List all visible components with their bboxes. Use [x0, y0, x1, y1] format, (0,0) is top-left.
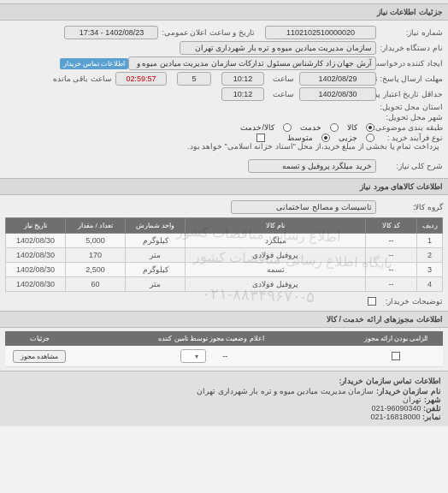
section-permits: اطلاعات مجوزهای ارائه خدمت / کالا — [0, 311, 448, 328]
field-ans-time: 10:12 — [221, 72, 264, 86]
label-delivery-prov: استان محل تحویل: — [376, 103, 443, 111]
radio-medium-label: متوسط — [287, 134, 313, 142]
cell-code: -- — [366, 248, 417, 263]
perm-status-val: -- — [208, 352, 242, 360]
radio-goods-service-label: کالا/خدمت — [240, 123, 274, 132]
table-row: 2--پروفیل فولادیمتر1701402/08/30 — [6, 248, 443, 263]
th-code: کد کالا — [366, 218, 417, 234]
table-row: 3--تسمهکیلوگرم2,5001402/08/30 — [6, 263, 443, 277]
cell-unit: کیلوگرم — [126, 263, 186, 277]
contact-fax-label: نمابر: — [422, 413, 441, 421]
label-announce-dt: تاریخ و ساعت اعلان عمومی: — [158, 28, 255, 37]
cell-unit: متر — [126, 277, 186, 292]
label-goods-group: گروه کالا: — [376, 203, 443, 211]
cell-name: پروفیل فولادی — [186, 248, 366, 263]
label-requester: ایجاد کننده درخواست: — [376, 59, 443, 68]
radio-group-budget: کالا خدمت کالا/خدمت — [233, 123, 376, 132]
label-credit-time: ساعت — [269, 90, 294, 98]
cell-code: -- — [366, 263, 417, 277]
cell-name: پروفیل فولادی — [186, 277, 366, 292]
contact-title: اطلاعات تماس سازمان خریدار: — [7, 377, 441, 385]
th-unit: واحد شمارش — [126, 218, 186, 234]
field-credit-date: 1402/08/30 — [299, 87, 376, 101]
cell-name: میلگرد — [186, 234, 366, 248]
label-credit-deadline: حداقل تاریخ اعتبار پیشنهاد: تا تاریخ: — [376, 90, 443, 98]
label-answer-deadline: مهلت ارسال پاسخ: تا تاریخ: — [376, 74, 443, 83]
radio-medium[interactable] — [321, 134, 330, 142]
contact-prov-val: تهران — [403, 395, 421, 404]
table-row: 4--پروفیل فولادیمتر601402/08/30 — [6, 277, 443, 292]
cell-date: 1402/08/30 — [6, 234, 66, 248]
th-row: ردیف — [417, 218, 443, 234]
contact-tel-val: 96090340-021 — [371, 404, 421, 413]
perm-mandatory-checkbox[interactable] — [392, 352, 400, 360]
field-goods-group: تاسیسات و مصالح ساختمانی — [231, 200, 376, 214]
section-need-items: اطلاعات کالاهای مورد نیاز — [0, 178, 448, 195]
label-need-no: شماره نیاز: — [376, 28, 443, 37]
field-buyer-org: سازمان مدیریت میادین میوه و تره بار شهرد… — [180, 41, 376, 55]
cell-qty: 5,000 — [66, 234, 126, 248]
perm-details-button[interactable]: مشاهده مجوز — [13, 350, 66, 363]
label-delivery-city: شهر محل تحویل: — [376, 113, 443, 122]
radio-service[interactable] — [330, 123, 339, 132]
label-payment-desc: پرداخت تمام یا بخشی از مبلغ خرید،از محل … — [184, 142, 439, 151]
contact-footer: اطلاعات تماس سازمان خریدار: نام سازمان خ… — [0, 371, 448, 426]
permits-table: الزامی بودن ارائه مجوز اعلام وضعیت مجوز … — [5, 331, 443, 367]
field-need-no: 1102102510000020 — [265, 26, 376, 39]
label-buyer-org: نام دستگاه خریدار: — [376, 44, 443, 52]
perm-row: -- مشاهده مجوز — [5, 346, 443, 367]
perm-th-status: اعلام وضعیت مجوز توسط تامین کننده — [74, 331, 349, 346]
field-ans-days: 5 — [177, 72, 211, 86]
table-row: 1--میلگردکیلوگرم5,0001402/08/30 — [6, 234, 443, 248]
contact-prov-label: شهر: — [424, 395, 441, 404]
perm-th-mandatory: الزامی بودن ارائه مجوز — [349, 331, 443, 346]
cell-row: 4 — [417, 277, 443, 292]
checkbox-buyer-notes[interactable] — [368, 297, 376, 306]
radio-group-payment: جزیی متوسط — [280, 134, 376, 142]
cell-qty: 170 — [66, 248, 126, 263]
label-ans-time: ساعت — [269, 74, 294, 83]
link-contact-buyer[interactable]: اطلاعات تماس خریدار — [60, 58, 128, 69]
cell-date: 1402/08/30 — [6, 263, 66, 277]
field-ans-remaining: 02:59:57 — [115, 72, 167, 86]
radio-small-label: جزیی — [339, 134, 357, 142]
contact-org-val: سازمان مدیریت میادین میوه و تره بار شهرد… — [197, 387, 374, 395]
label-budget-class: طبقه بندی موضوعی: — [376, 123, 443, 132]
th-name: نام کالا — [186, 218, 366, 234]
cell-unit: کیلوگرم — [126, 234, 186, 248]
cell-unit: متر — [126, 248, 186, 263]
th-date: تاریخ نیاز — [6, 218, 66, 234]
radio-goods[interactable] — [366, 123, 374, 132]
section-need-details: جزئیات اطلاعات نیاز — [0, 3, 448, 21]
checkbox-treasury[interactable] — [256, 134, 265, 142]
field-credit-time: 10:12 — [221, 87, 264, 101]
cell-name: تسمه — [186, 263, 366, 277]
label-buyer-notes: توضیحات خریدار: — [376, 297, 443, 306]
cell-date: 1402/08/30 — [6, 248, 66, 263]
cell-qty: 60 — [66, 277, 126, 292]
radio-goods-label: کالا — [347, 123, 357, 132]
contact-tel-label: تلفن: — [423, 404, 441, 413]
perm-status-select[interactable] — [180, 349, 206, 363]
contact-org-label: نام سازمان خریدار: — [376, 387, 441, 395]
contact-fax-val: 16818000-021 — [370, 413, 420, 421]
cell-date: 1402/08/30 — [6, 277, 66, 292]
field-need-title: خرید میلگرد پروفیل و تسمه — [248, 159, 376, 173]
perm-th-details: جزئیات — [5, 331, 74, 346]
items-table: ردیف کد کالا نام کالا واحد شمارش تعداد /… — [5, 217, 443, 292]
cell-code: -- — [366, 234, 417, 248]
radio-service-label: خدمت — [300, 123, 321, 132]
label-remaining: ساعت باقی مانده — [50, 74, 112, 83]
radio-goods-service[interactable] — [283, 123, 292, 132]
radio-small[interactable] — [366, 134, 374, 142]
cell-code: -- — [366, 277, 417, 292]
field-requester: آرش جهان زاد کارشناس مسئول تدارکات سازما… — [128, 56, 376, 70]
label-payment-type: نوع فرآیند خرید : — [376, 134, 443, 142]
th-qty: تعداد / مقدار — [66, 218, 126, 234]
field-ans-date: 1402/08/29 — [299, 72, 376, 86]
field-announce-dt: 1402/08/23 - 17:34 — [64, 26, 158, 39]
cell-qty: 2,500 — [66, 263, 126, 277]
cell-row: 3 — [417, 263, 443, 277]
cell-row: 1 — [417, 234, 443, 248]
cell-row: 2 — [417, 248, 443, 263]
